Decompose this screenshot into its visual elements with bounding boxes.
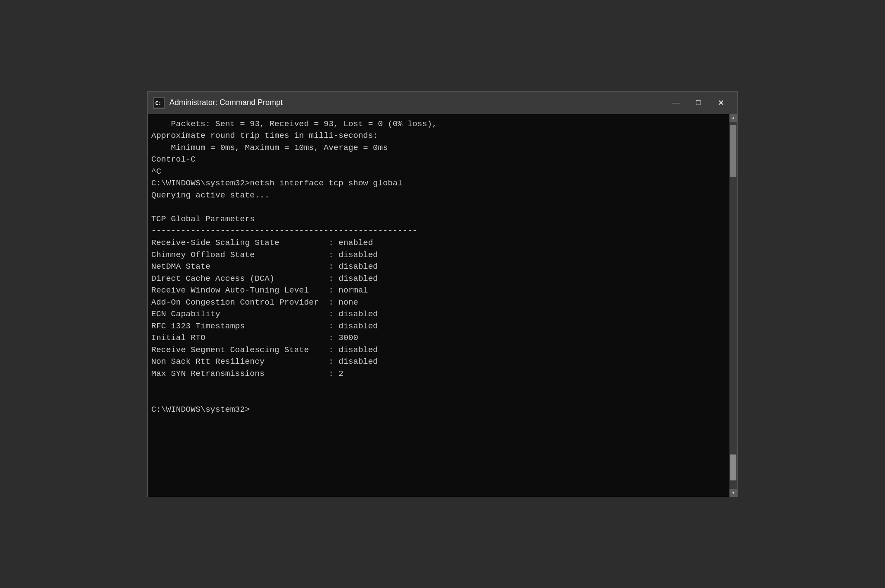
terminal-line-7: Querying active state... <box>151 191 270 200</box>
window-title: Administrator: Command Prompt <box>169 98 665 107</box>
terminal-line-3: Minimum = 0ms, Maximum = 10ms, Average =… <box>151 143 388 153</box>
scroll-up-arrow[interactable]: ▲ <box>729 114 737 122</box>
terminal-line-2: Approximate round trip times in milli-se… <box>151 131 378 140</box>
terminal-line-21: Non Sack Rtt Resiliency : disabled <box>151 357 378 366</box>
terminal-line-5: ^C <box>151 167 161 176</box>
terminal-line-15: Receive Window Auto-Tuning Level : norma… <box>151 286 368 295</box>
scrollbar[interactable]: ▲ ▼ <box>729 114 737 497</box>
scroll-down-arrow[interactable]: ▼ <box>729 489 737 497</box>
terminal-line-17: ECN Capability : disabled <box>151 309 378 319</box>
terminal-output[interactable]: Packets: Sent = 93, Received = 93, Lost … <box>148 114 729 497</box>
terminal-line-20: Receive Segment Coalescing State : disab… <box>151 345 378 355</box>
terminal-line-6: C:\WINDOWS\system32>netsh interface tcp … <box>151 178 403 188</box>
cmd-window: C: Administrator: Command Prompt — □ ✕ P… <box>147 91 738 497</box>
terminal-line-13: NetDMA State : disabled <box>151 262 378 271</box>
scrollbar-track[interactable] <box>729 122 737 489</box>
terminal-line-14: Direct Cache Access (DCA) : disabled <box>151 274 378 283</box>
maximize-button[interactable]: □ <box>687 92 710 114</box>
terminal-line-11: Receive-Side Scaling State : enabled <box>151 238 373 248</box>
terminal-line-9: TCP Global Parameters <box>151 214 255 224</box>
terminal-line-19: Initial RTO : 3000 <box>151 333 358 343</box>
terminal-line-12: Chimney Offload State : disabled <box>151 250 378 260</box>
terminal-line-22: Max SYN Retransmissions : 2 <box>151 369 344 378</box>
terminal-line-4: Control-C <box>151 155 196 164</box>
app-icon: C: <box>153 97 165 109</box>
svg-text:C:: C: <box>155 100 161 106</box>
terminal-line-10: ----------------------------------------… <box>151 226 417 235</box>
title-bar: C: Administrator: Command Prompt — □ ✕ <box>148 92 737 114</box>
scrollbar-thumb-top[interactable] <box>730 125 736 177</box>
content-area: Packets: Sent = 93, Received = 93, Lost … <box>148 114 737 497</box>
terminal-line-18: RFC 1323 Timestamps : disabled <box>151 321 378 331</box>
terminal-prompt: C:\WINDOWS\system32> <box>151 405 250 414</box>
terminal-line-16: Add-On Congestion Control Provider : non… <box>151 298 358 307</box>
minimize-button[interactable]: — <box>665 92 687 114</box>
scrollbar-thumb-bottom[interactable] <box>730 455 736 480</box>
terminal-line-1: Packets: Sent = 93, Received = 93, Lost … <box>151 119 437 129</box>
close-button[interactable]: ✕ <box>710 92 732 114</box>
window-controls: — □ ✕ <box>665 92 732 114</box>
